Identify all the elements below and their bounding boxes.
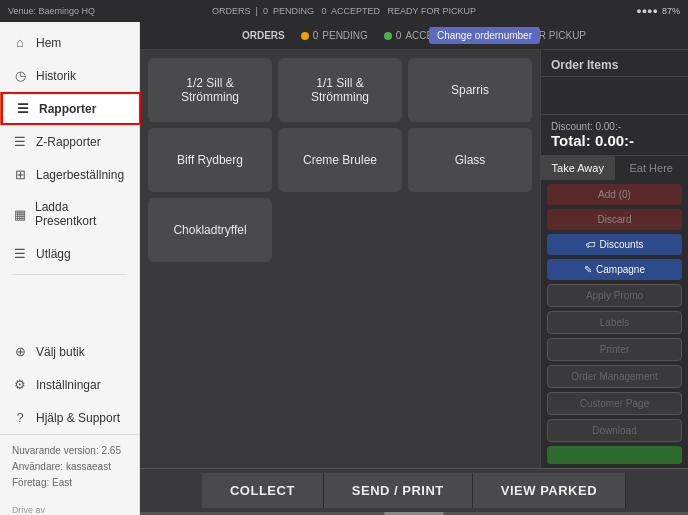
customer-page-button[interactable]: Customer Page: [547, 392, 682, 415]
sidebar-item-ladda-presentkort[interactable]: ▦ Ladda Presentkort: [0, 191, 139, 237]
download-button[interactable]: Download: [547, 419, 682, 442]
order-panel-title: Order Items: [541, 50, 688, 77]
order-items-area: [541, 77, 688, 114]
order-summary: Discount: 0.00:- Total: 0.00:-: [541, 114, 688, 155]
home-icon: ⌂: [12, 35, 28, 50]
sidebar-branding: Drive av BAEMINGO: [0, 499, 139, 515]
sidebar-item-valj-butik[interactable]: ⊕ Välj butik: [0, 335, 139, 368]
add-button[interactable]: Add (0): [547, 184, 682, 205]
order-mode-tabs: Take Away Eat Here: [541, 155, 688, 180]
sidebar-label-z-rapporter: Z-Rapporter: [36, 135, 101, 149]
sidebar-label-hem: Hem: [36, 36, 61, 50]
sidebar-item-historik[interactable]: ◷ Historik: [0, 59, 139, 92]
apply-promo-button[interactable]: Apply Promo: [547, 284, 682, 307]
send-print-button[interactable]: SEND / PRINT: [324, 473, 473, 508]
sidebar-item-z-rapporter[interactable]: ☰ Z-Rapporter: [0, 125, 139, 158]
sidebar-item-installningar[interactable]: ⚙ Inställningar: [0, 368, 139, 401]
sidebar: ⌂ Hem ◷ Historik ☰ Rapporter ☰ Z-Rapport…: [0, 22, 140, 515]
pending-dot2: [301, 32, 309, 40]
menu-item-empty-1: [278, 198, 402, 262]
labels-button[interactable]: Labels: [547, 311, 682, 334]
green-action-button[interactable]: [547, 446, 682, 464]
pending-status: 0 PENDING: [301, 30, 368, 41]
sidebar-label-presentkort: Ladda Presentkort: [35, 200, 127, 228]
middle-area: 1/2 Sill & Strömming 1/1 Sill & Strömmin…: [140, 50, 688, 468]
status-icons: ●●●● 87%: [636, 6, 680, 16]
discount-icon: 🏷: [586, 239, 596, 250]
sidebar-item-hjalp-support[interactable]: ? Hjälp & Support: [0, 401, 139, 434]
help-icon: ?: [12, 410, 28, 425]
sidebar-item-hem[interactable]: ⌂ Hem: [0, 26, 139, 59]
presentkort-icon: ▦: [12, 207, 27, 222]
menu-item-chokladtryffel[interactable]: Chokladtryffel: [148, 198, 272, 262]
battery-label: 87%: [662, 6, 680, 16]
sidebar-label-utlagg: Utlägg: [36, 247, 71, 261]
discounts-button[interactable]: 🏷 Discounts: [547, 234, 682, 255]
menu-row-3: Chokladtryffel: [148, 198, 532, 262]
menu-item-creme-brulee[interactable]: Creme Brulee: [278, 128, 402, 192]
sidebar-version-info: Nuvarande version: 2.65 Användare: kassa…: [0, 434, 139, 499]
menu-item-biff[interactable]: Biff Rydberg: [148, 128, 272, 192]
discard-button[interactable]: Discard: [547, 209, 682, 230]
sidebar-label-historik: Historik: [36, 69, 76, 83]
order-header: ORDERS 0 PENDING 0 ACCEPTED READY FOR PI…: [140, 22, 688, 50]
tab-eat-here[interactable]: Eat Here: [615, 156, 689, 180]
menu-item-sparris[interactable]: Sparris: [408, 58, 532, 122]
company-label: Företag: East: [12, 475, 127, 491]
system-bar: Venue: Baemingo HQ ORDERS | 0 PENDING 0 …: [0, 0, 688, 22]
printer-button[interactable]: Printer: [547, 338, 682, 361]
campagne-button[interactable]: ✎ Campagne: [547, 259, 682, 280]
sidebar-label-hjalp: Hjälp & Support: [36, 411, 120, 425]
z-rapporter-icon: ☰: [12, 134, 28, 149]
menu-row-2: Biff Rydberg Creme Brulee Glass: [148, 128, 532, 192]
venue-name: Venue: Baemingo HQ: [8, 6, 95, 16]
sidebar-label-valj-butik: Välj butik: [36, 345, 85, 359]
tab-take-away[interactable]: Take Away: [541, 156, 615, 180]
sidebar-item-rapporter[interactable]: ☰ Rapporter: [0, 92, 139, 125]
version-label: Nuvarande version: 2.65: [12, 443, 127, 459]
sidebar-divider: [12, 274, 127, 275]
order-status-bar: ORDERS | 0 PENDING 0 ACCEPTED READY FOR …: [212, 6, 476, 16]
settings-icon: ⚙: [12, 377, 28, 392]
order-panel: Order Items Discount: 0.00:- Total: 0.00…: [540, 50, 688, 468]
menu-item-empty-2: [408, 198, 532, 262]
sidebar-nav: ⌂ Hem ◷ Historik ☰ Rapporter ☰ Z-Rapport…: [0, 22, 139, 434]
menu-item-full-sill[interactable]: 1/1 Sill & Strömming: [278, 58, 402, 122]
valj-butik-icon: ⊕: [12, 344, 28, 359]
sidebar-label-installningar: Inställningar: [36, 378, 101, 392]
sidebar-label-rapporter: Rapporter: [39, 102, 96, 116]
menu-item-half-sill[interactable]: 1/2 Sill & Strömming: [148, 58, 272, 122]
discount-label: Discount: 0.00:-: [551, 121, 678, 132]
lager-icon: ⊞: [12, 167, 28, 182]
drive-av-label: Drive av: [12, 505, 127, 515]
menu-item-glass[interactable]: Glass: [408, 128, 532, 192]
sidebar-item-utlagg[interactable]: ☰ Utlägg: [0, 237, 139, 270]
view-parked-button[interactable]: VIEW PARKED: [473, 473, 626, 508]
order-actions: Add (0) Discard 🏷 Discounts ✎ Campagne A…: [541, 180, 688, 468]
menu-row-1: 1/2 Sill & Strömming 1/1 Sill & Strömmin…: [148, 58, 532, 122]
bottom-bar: COLLECT SEND / PRINT VIEW PARKED: [140, 468, 688, 512]
rapporter-icon: ☰: [15, 101, 31, 116]
sidebar-label-lager: Lagerbeställning: [36, 168, 124, 182]
order-management-button[interactable]: Order Management: [547, 365, 682, 388]
menu-grid: 1/2 Sill & Strömming 1/1 Sill & Strömmin…: [140, 50, 540, 468]
campagne-icon: ✎: [584, 264, 592, 275]
orders-label: ORDERS: [242, 30, 285, 41]
signal-icon: ●●●●: [636, 6, 658, 16]
main-container: ⌂ Hem ◷ Historik ☰ Rapporter ☰ Z-Rapport…: [0, 22, 688, 515]
order-total: Total: 0.00:-: [551, 132, 678, 149]
user-label: Användare: kassaeast: [12, 459, 127, 475]
content-area: ORDERS 0 PENDING 0 ACCEPTED READY FOR PI…: [140, 22, 688, 515]
collect-button[interactable]: COLLECT: [202, 473, 324, 508]
history-icon: ◷: [12, 68, 28, 83]
accepted-dot2: [384, 32, 392, 40]
change-order-button[interactable]: Change ordernumber: [429, 27, 540, 44]
sidebar-item-lagerbestallning[interactable]: ⊞ Lagerbeställning: [0, 158, 139, 191]
utlagg-icon: ☰: [12, 246, 28, 261]
